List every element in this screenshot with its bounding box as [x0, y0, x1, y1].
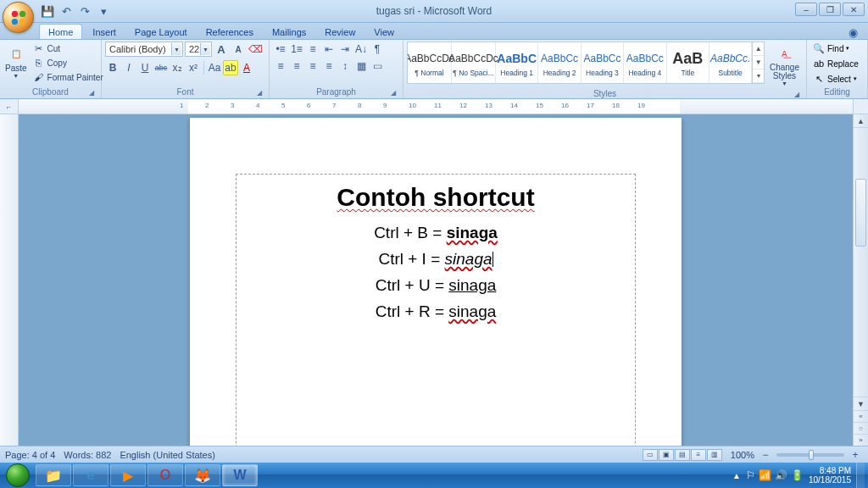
zoom-out-button[interactable]: −: [758, 447, 773, 463]
taskbar-word[interactable]: W: [222, 464, 258, 486]
taskbar-firefox[interactable]: 🦊: [185, 464, 220, 486]
text-frame[interactable]: Contoh shortcut Ctrl + B = sinagaCtrl + …: [236, 174, 636, 446]
ruler-h-track[interactable]: 12345678910111213141516171819: [19, 99, 853, 114]
change-case-button[interactable]: Aa: [207, 60, 222, 75]
highlight-button[interactable]: ab: [223, 60, 238, 75]
show-marks-button[interactable]: ¶: [370, 42, 385, 57]
next-page-button[interactable]: »: [854, 434, 868, 446]
zoom-thumb[interactable]: [809, 450, 814, 460]
shrink-font-button[interactable]: A: [231, 42, 246, 57]
office-button[interactable]: [3, 2, 34, 33]
style-item[interactable]: AaBbCcHeading 2: [538, 42, 581, 83]
replace-button[interactable]: abReplace: [810, 57, 861, 70]
align-right-button[interactable]: ≡: [305, 58, 320, 74]
font-color-button[interactable]: A: [239, 60, 254, 75]
sort-button[interactable]: A↓: [353, 42, 369, 57]
change-styles-button[interactable]: A͟ Change Styles ▼: [766, 42, 803, 88]
scroll-thumb[interactable]: [855, 179, 866, 247]
taskbar-opera[interactable]: O: [147, 464, 183, 486]
close-button[interactable]: ✕: [843, 3, 865, 16]
tab-references[interactable]: References: [198, 25, 262, 39]
multilevel-button[interactable]: ≡: [305, 42, 320, 57]
underline-button[interactable]: U: [137, 60, 153, 75]
paste-button[interactable]: 📋 Paste ▼: [3, 42, 29, 80]
scroll-up-button[interactable]: ▲: [854, 114, 868, 128]
gallery-down[interactable]: ▼: [753, 56, 764, 69]
superscript-button[interactable]: x²: [186, 60, 201, 75]
taskbar-ie[interactable]: e: [73, 464, 108, 486]
font-name-combo[interactable]: Calibri (Body)▼: [105, 42, 183, 57]
ruler-vertical[interactable]: [0, 114, 19, 446]
tab-selector[interactable]: ⌐: [0, 99, 19, 114]
grow-font-button[interactable]: A: [214, 42, 229, 57]
restore-button[interactable]: ❐: [819, 3, 841, 16]
taskbar-media[interactable]: ▶: [110, 464, 146, 486]
increase-indent-button[interactable]: ⇥: [337, 42, 353, 57]
status-language[interactable]: English (United States): [120, 450, 215, 460]
cut-button[interactable]: ✂Cut: [31, 42, 106, 55]
line-spacing-button[interactable]: ↕: [337, 58, 353, 74]
bold-button[interactable]: B: [105, 60, 120, 75]
gallery-more[interactable]: ▾: [753, 69, 764, 83]
browse-object-button[interactable]: ○: [854, 422, 868, 434]
clear-format-button[interactable]: ⌫: [248, 42, 263, 57]
battery-icon[interactable]: 🔋: [791, 469, 804, 481]
style-item[interactable]: AaBbCHeading 1: [496, 42, 538, 83]
tab-page-layout[interactable]: Page Layout: [126, 25, 196, 39]
align-left-button[interactable]: ≡: [273, 58, 288, 74]
zoom-slider[interactable]: [776, 453, 844, 457]
view-outline[interactable]: ≡: [691, 449, 706, 461]
style-item[interactable]: AaBbCc.Subtitle: [709, 42, 752, 83]
show-desktop-button[interactable]: [856, 463, 865, 488]
vertical-scrollbar[interactable]: ▲ ▼ « ○ »: [853, 114, 868, 446]
view-web-layout[interactable]: ▤: [675, 449, 690, 461]
select-button[interactable]: ↖Select▾: [810, 72, 860, 86]
font-launcher[interactable]: ◢: [255, 89, 264, 97]
qat-redo-button[interactable]: ↷: [76, 3, 93, 19]
copy-button[interactable]: ⎘Copy: [31, 56, 106, 69]
font-size-combo[interactable]: 22▼: [185, 42, 212, 57]
taskbar-clock[interactable]: 8:48 PM 10/18/2015: [809, 466, 851, 485]
view-full-screen[interactable]: ▣: [659, 449, 674, 461]
strike-button[interactable]: abc: [153, 60, 169, 75]
format-painter-button[interactable]: 🖌Format Painter: [31, 70, 106, 84]
styles-launcher[interactable]: ◢: [793, 91, 801, 99]
minimize-button[interactable]: –: [795, 3, 817, 16]
style-item[interactable]: AaBbCcDc¶ No Spaci...: [452, 42, 496, 83]
tab-mailings[interactable]: Mailings: [264, 25, 314, 39]
action-center-icon[interactable]: ⚐: [746, 469, 755, 481]
volume-icon[interactable]: 🔊: [775, 469, 787, 481]
tray-expand-icon[interactable]: ▲: [732, 471, 741, 480]
scroll-down-button[interactable]: ▼: [854, 396, 868, 410]
status-page[interactable]: Page: 4 of 4: [5, 450, 55, 460]
style-item[interactable]: AaBTitle: [667, 42, 709, 83]
style-item[interactable]: AaBbCcHeading 3: [581, 42, 624, 83]
tab-home[interactable]: Home: [39, 24, 82, 39]
bullets-button[interactable]: •≡: [273, 42, 288, 57]
network-icon[interactable]: 📶: [759, 469, 771, 481]
ruler-toggle[interactable]: [853, 99, 868, 114]
zoom-level[interactable]: 100%: [731, 450, 754, 460]
prev-page-button[interactable]: «: [854, 410, 868, 422]
justify-button[interactable]: ≡: [321, 58, 337, 74]
style-item[interactable]: AaBbCcHeading 4: [624, 42, 666, 83]
borders-button[interactable]: ▭: [370, 58, 385, 74]
zoom-in-button[interactable]: +: [848, 447, 863, 463]
style-item[interactable]: AaBbCcDc¶ Normal: [408, 42, 452, 83]
help-icon[interactable]: ◉: [845, 26, 861, 39]
status-words[interactable]: Words: 882: [64, 450, 111, 460]
align-center-button[interactable]: ≡: [289, 58, 304, 74]
numbering-button[interactable]: 1≡: [289, 42, 304, 57]
find-button[interactable]: 🔍Find▾: [810, 42, 852, 55]
qat-undo-button[interactable]: ↶: [58, 3, 75, 19]
qat-save-button[interactable]: 💾: [39, 3, 56, 19]
qat-customize-button[interactable]: ▾: [95, 3, 112, 19]
italic-button[interactable]: I: [121, 60, 136, 75]
document-viewport[interactable]: Contoh shortcut Ctrl + B = sinagaCtrl + …: [19, 114, 853, 446]
subscript-button[interactable]: x₂: [170, 60, 185, 75]
shading-button[interactable]: ▦: [353, 58, 369, 74]
scroll-track[interactable]: [854, 247, 868, 396]
tab-review[interactable]: Review: [316, 25, 364, 39]
view-draft[interactable]: ▥: [707, 449, 722, 461]
decrease-indent-button[interactable]: ⇤: [321, 42, 337, 57]
